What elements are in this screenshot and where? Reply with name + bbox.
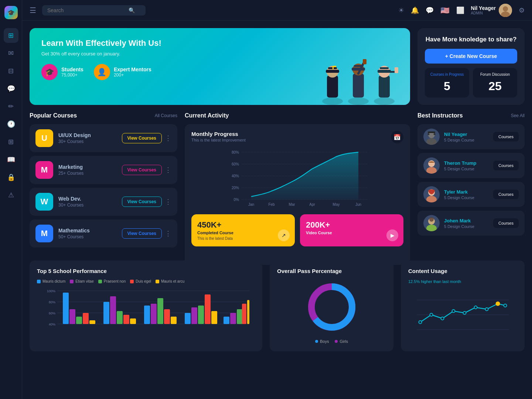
search-box[interactable]: 🔍: [42, 5, 146, 16]
completed-arrow-icon[interactable]: ↗: [278, 229, 290, 241]
svg-point-96: [430, 313, 433, 316]
forum-discussion-num: 25: [477, 79, 513, 93]
school-perf-legend: Mauris dictum Etiam vitae Praesent non D…: [37, 279, 255, 283]
svg-point-98: [452, 310, 455, 313]
svg-rect-44: [428, 132, 435, 133]
math-name: Mathematics: [58, 228, 122, 233]
svg-text:40%: 40%: [232, 174, 239, 178]
svg-rect-4: [327, 75, 338, 98]
avatar[interactable]: [499, 4, 512, 17]
nil-avatar: [423, 129, 440, 145]
content-usage-card: Content Usage 12.5% higher than last mon…: [401, 260, 525, 351]
students-value: 75,000+: [61, 72, 83, 78]
svg-point-95: [419, 321, 422, 324]
app-logo[interactable]: 🎓: [4, 6, 18, 19]
view-courses-uiux-button[interactable]: View Courses: [122, 133, 162, 143]
svg-rect-88: [242, 304, 246, 324]
more-icon-webdev[interactable]: ⋮: [165, 198, 171, 206]
bell-icon[interactable]: 🔔: [411, 6, 419, 14]
stats-row: Courses in Progress 5 Forum Discussion 2…: [425, 68, 517, 98]
webdev-icon: W: [35, 193, 53, 211]
calendar-icon[interactable]: 📅: [391, 131, 403, 143]
forum-discussion-card[interactable]: Forum Discussion 25: [473, 68, 517, 98]
courses-in-progress-label: Courses in Progress: [429, 72, 465, 76]
svg-rect-80: [185, 313, 191, 324]
sidebar-item-grid[interactable]: ⊟: [4, 64, 18, 78]
current-activity-section: Current Activity Monthly Progress This i…: [185, 112, 410, 253]
school-perf-title: Top 5 School Performance: [37, 268, 255, 274]
nil-courses-button[interactable]: Courses: [493, 132, 519, 141]
theron-courses-button[interactable]: Courses: [493, 161, 519, 170]
sidebar-item-mail[interactable]: ✉: [4, 46, 18, 61]
course-card-marketing: M Marketing 25+ Courses View Courses ⋮: [30, 156, 177, 184]
marketing-name: Marketing: [58, 164, 122, 170]
sidebar-item-dashboard[interactable]: ⊞: [4, 28, 18, 43]
svg-rect-87: [237, 309, 243, 324]
boys-legend: Boys: [315, 339, 329, 344]
message-icon[interactable]: 💬: [426, 6, 434, 14]
sidebar-item-lock[interactable]: 🔒: [4, 170, 18, 185]
monthly-progress-title: Monthly Progress: [191, 131, 246, 137]
view-courses-webdev-button[interactable]: View Courses: [122, 197, 162, 207]
sidebar: 🎓 ⊞ ✉ ⊟ 💬 ✏ 🕐 ⊞ 📖 🔒 ⚠: [0, 0, 22, 399]
see-all-link[interactable]: See All: [511, 113, 525, 118]
sidebar-item-chat[interactable]: 💬: [4, 81, 18, 96]
svg-rect-83: [205, 294, 211, 324]
sidebar-item-alert[interactable]: ⚠: [4, 188, 18, 202]
svg-rect-69: [89, 320, 95, 324]
svg-rect-75: [144, 306, 150, 324]
course-card-webdev: W Web Dev. 30+ Courses View Courses ⋮: [30, 188, 177, 216]
search-icon: 🔍: [129, 7, 135, 13]
sidebar-item-clock[interactable]: 🕐: [4, 117, 18, 132]
svg-rect-66: [69, 309, 75, 324]
sidebar-item-book[interactable]: 📖: [4, 152, 18, 167]
hamburger-icon[interactable]: ☰: [30, 6, 36, 15]
all-courses-link[interactable]: All Courses: [155, 113, 177, 118]
theron-courses: 5 Design Course: [444, 167, 476, 171]
svg-rect-9: [333, 66, 336, 67]
uiux-name: UI/UX Design: [58, 132, 122, 138]
more-icon-uiux[interactable]: ⋮: [165, 134, 171, 142]
view-courses-math-button[interactable]: View Courses: [122, 228, 162, 239]
instructor-card-johen: Johen Mark 5 Design Course Courses: [417, 211, 525, 236]
sidebar-item-apps[interactable]: ⊞: [4, 134, 18, 149]
sidebar-item-edit[interactable]: ✏: [4, 99, 18, 114]
screen-icon[interactable]: ⬜: [456, 6, 464, 14]
best-instructors-title: Best Instructors: [417, 112, 463, 119]
tyler-courses-button[interactable]: Courses: [493, 190, 519, 199]
svg-rect-84: [211, 311, 217, 324]
svg-rect-78: [164, 309, 170, 324]
search-input[interactable]: [47, 7, 129, 13]
bottom-row: Top 5 School Performance Mauris dictum E…: [30, 260, 525, 351]
johen-avatar: [423, 215, 440, 231]
settings-icon[interactable]: ⚙: [519, 6, 525, 14]
uiux-count: 30+ Courses: [58, 139, 122, 144]
svg-point-48: [428, 160, 435, 167]
best-instructors-section: Best Instructors See All Nil Yeager 5 De…: [417, 112, 525, 253]
nil-courses: 5 Design Course: [444, 138, 474, 142]
svg-point-17: [374, 98, 395, 105]
webdev-info: Web Dev. 30+ Courses: [58, 196, 122, 208]
courses-in-progress-card[interactable]: Courses in Progress 5: [425, 68, 469, 98]
more-icon-marketing[interactable]: ⋮: [165, 166, 171, 174]
pass-percentage-card: Overall Pass Percentage Boys Girls: [270, 260, 393, 351]
video-course-card: 200K+ Video Course ▶: [300, 214, 403, 246]
svg-text:20%: 20%: [232, 186, 239, 190]
flag-icon[interactable]: 🇺🇸: [440, 6, 450, 15]
video-num: 200K+: [306, 220, 398, 230]
svg-rect-73: [123, 315, 129, 324]
completed-course-card: 450K+ Completed Course This is the lates…: [191, 214, 295, 246]
more-icon-math[interactable]: ⋮: [165, 229, 171, 238]
svg-text:60%: 60%: [232, 162, 239, 166]
topbar-right: ☀ 🔔 💬 🇺🇸 ⬜ Nil Yeager ADMIN ⚙: [398, 4, 525, 17]
svg-point-10: [348, 98, 369, 105]
sun-icon[interactable]: ☀: [398, 6, 404, 14]
svg-rect-70: [103, 302, 109, 324]
create-course-button[interactable]: + Create New Course: [425, 49, 517, 64]
view-courses-marketing-button[interactable]: View Courses: [122, 165, 162, 175]
video-arrow-icon[interactable]: ▶: [386, 229, 398, 241]
svg-rect-6: [326, 70, 339, 73]
svg-point-99: [463, 311, 466, 314]
johen-courses-button[interactable]: Courses: [493, 218, 519, 228]
svg-rect-18: [379, 75, 390, 98]
